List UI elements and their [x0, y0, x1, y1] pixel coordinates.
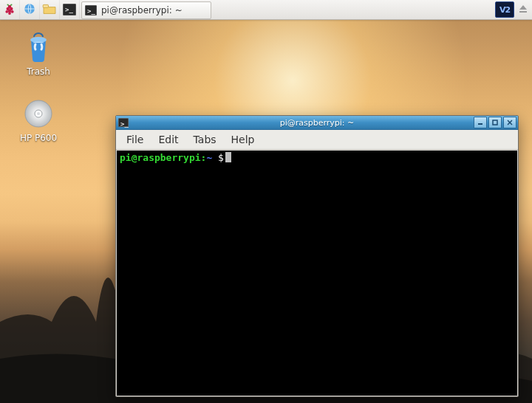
- terminal-icon: [117, 117, 129, 128]
- terminal-body[interactable]: pi@raspberrypi:~ $: [117, 151, 517, 396]
- svg-point-13: [37, 112, 40, 115]
- close-icon: [507, 118, 513, 128]
- window-maximize-button[interactable]: [488, 117, 502, 128]
- folder-icon: [42, 3, 57, 17]
- menu-file[interactable]: File: [119, 131, 151, 148]
- svg-rect-15: [493, 120, 497, 125]
- browser-button[interactable]: [20, 0, 40, 19]
- terminal-icon: [63, 4, 76, 16]
- file-manager-button[interactable]: [40, 0, 60, 19]
- svg-point-4: [5, 10, 8, 13]
- desktop-icon-disc[interactable]: HP P600: [9, 96, 68, 143]
- desktop-icon-trash[interactable]: Trash: [9, 30, 68, 77]
- menu-edit[interactable]: Edit: [151, 131, 185, 148]
- taskbar-entry-label: pi@raspberrypi: ~: [101, 5, 183, 16]
- menu-help[interactable]: Help: [224, 131, 262, 148]
- svg-rect-8: [43, 4, 48, 7]
- terminal-icon: [85, 5, 97, 16]
- taskbar-entry-terminal[interactable]: pi@raspberrypi: ~: [81, 1, 211, 19]
- window-minimize-button[interactable]: [474, 117, 487, 128]
- terminal-launcher-button[interactable]: [60, 0, 80, 19]
- eject-tray-button[interactable]: [517, 4, 529, 16]
- eject-icon: [518, 4, 528, 16]
- minimize-icon: [477, 118, 483, 128]
- system-tray: V2: [495, 0, 532, 19]
- prompt-dollar: $: [212, 152, 224, 163]
- desktop-icon-label: Trash: [9, 66, 68, 77]
- trash-icon: [21, 30, 56, 65]
- raspberry-icon: [3, 2, 16, 18]
- taskbar: pi@raspberrypi: ~ V2: [0, 0, 532, 20]
- taskbar-spacer: [213, 0, 495, 19]
- window-titlebar[interactable]: pi@raspberrypi: ~: [116, 116, 518, 130]
- terminal-window: pi@raspberrypi: ~ File Edit Tabs Help pi…: [115, 115, 519, 397]
- maximize-icon: [492, 118, 498, 128]
- prompt-user: pi@raspberrypi: [120, 152, 201, 163]
- terminal-menubar: File Edit Tabs Help: [116, 130, 518, 150]
- svg-rect-14: [478, 123, 482, 125]
- desktop-icon-label: HP P600: [9, 133, 68, 143]
- menu-tabs[interactable]: Tabs: [186, 131, 224, 148]
- window-title: pi@raspberrypi: ~: [116, 118, 518, 128]
- svg-point-6: [8, 12, 11, 15]
- disc-icon: [21, 96, 56, 131]
- vnc-tray-icon[interactable]: V2: [495, 1, 514, 18]
- svg-rect-9: [519, 11, 527, 13]
- globe-icon: [23, 2, 36, 18]
- window-close-button[interactable]: [503, 117, 516, 128]
- menu-button[interactable]: [0, 0, 20, 19]
- svg-point-5: [11, 10, 14, 13]
- terminal-cursor: [225, 152, 231, 162]
